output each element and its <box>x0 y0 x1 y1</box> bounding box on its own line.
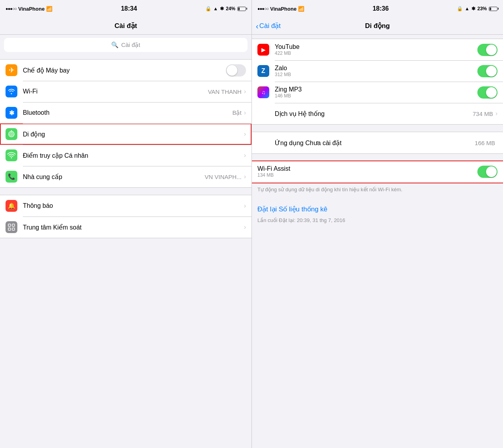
control-chevron: › <box>244 224 246 231</box>
not-installed-group: Ứng dụng Chưa cài đặt 166 MB <box>252 132 503 154</box>
carrier-right: VinaPhone <box>270 6 296 12</box>
airplane-toggle[interactable] <box>226 64 246 77</box>
notifications-row[interactable]: 🔔 Thông báo › <box>0 195 251 217</box>
bluetooth-value: Bật <box>232 109 241 116</box>
search-placeholder: Cài đặt <box>121 41 140 49</box>
nav-bar-right: ‹ Cài đặt Di động <box>252 17 503 35</box>
hotspot-icon <box>6 149 17 161</box>
gap2 <box>0 188 251 195</box>
carrier-icon: 📞 <box>6 171 17 183</box>
svg-rect-6 <box>12 224 15 226</box>
carrier-name: VinaPhone <box>18 6 45 12</box>
notifications-label: Thông báo <box>23 202 244 209</box>
status-right-left: ●●●○○ VinaPhone 📶 <box>257 6 304 12</box>
carrier-chevron: › <box>244 173 246 180</box>
zalo-name: Zalo <box>275 65 477 72</box>
connectivity-group: ✈ Chế độ Máy bay Wi-Fi VAN THANH › ✱ Blu… <box>0 59 251 188</box>
hotspot-row[interactable]: Điểm truy cập Cá nhân › <box>0 145 251 166</box>
status-right-right: 🔒 ▲ ✱ 23% <box>457 6 497 11</box>
airplane-row[interactable]: ✈ Chế độ Máy bay <box>0 60 251 81</box>
cellular-label: Di động <box>23 131 244 138</box>
youtube-icon: ▶ <box>257 44 269 56</box>
wifi-assist-row[interactable]: Wi-Fi Assist 134 MB <box>252 161 503 183</box>
zalo-toggle[interactable] <box>477 65 497 77</box>
search-icon: 🔍 <box>111 41 119 49</box>
system-services-row[interactable]: Dịch vụ Hệ thống 734 MB › <box>252 103 503 124</box>
zingmp3-name: Zing MP3 <box>275 86 477 93</box>
system-services-value: 734 MB <box>473 110 493 117</box>
location-icon: ▲ <box>213 6 218 11</box>
system-services-info: Dịch vụ Hệ thống <box>257 110 473 118</box>
bluetooth-label: Bluetooth <box>23 109 232 116</box>
status-right: 🔒 ▲ ✱ 24% <box>205 6 246 11</box>
lock-icon-right: 🔒 <box>457 6 463 11</box>
nav-bar-left: Cài đặt <box>0 17 251 35</box>
section-gap <box>0 55 251 59</box>
wifi-icon-right: 📶 <box>298 6 304 12</box>
wifi-label: Wi-Fi <box>23 88 208 95</box>
youtube-toggle[interactable] <box>477 44 497 56</box>
lock-icon: 🔒 <box>205 6 211 11</box>
bluetooth-status-icon: ✱ <box>220 6 224 11</box>
wifi-row-icon <box>6 86 17 97</box>
hotspot-label: Điểm truy cập Cá nhân <box>23 152 244 159</box>
bluetooth-chevron: › <box>244 109 246 116</box>
airplane-icon: ✈ <box>6 64 17 76</box>
svg-rect-5 <box>8 224 11 226</box>
time-right: 18:36 <box>373 5 389 12</box>
gap3 <box>252 125 503 132</box>
status-left: ●●●○○ VinaPhone 📶 <box>6 6 52 12</box>
notifications-chevron: › <box>244 202 246 209</box>
system-services-chevron: › <box>496 110 497 117</box>
search-bar[interactable]: 🔍 Cài đặt <box>4 38 248 52</box>
youtube-size: 422 MB <box>275 50 477 56</box>
zingmp3-toggle[interactable] <box>477 86 497 99</box>
cellular-chevron: › <box>244 131 246 138</box>
gap4 <box>252 154 503 161</box>
location-icon-right: ▲ <box>465 6 469 11</box>
not-installed-row: Ứng dụng Chưa cài đặt 166 MB <box>252 132 503 153</box>
zingmp3-row[interactable]: ♫ Zing MP3 146 MB <box>252 82 503 103</box>
signal-dots: ●●●○○ <box>6 6 17 11</box>
carrier-value: VN VINAPH... <box>205 174 241 180</box>
wifi-assist-toggle[interactable] <box>477 166 497 178</box>
cellular-icon <box>6 128 17 140</box>
signal-dots-right: ●●●○○ <box>257 6 268 11</box>
reset-link[interactable]: Đặt lại Số liệu thống kê <box>257 205 328 213</box>
top-gap <box>252 35 503 39</box>
time: 18:34 <box>121 5 137 12</box>
back-label: Cài đặt <box>259 22 281 30</box>
cellular-row[interactable]: Di động › <box>0 123 251 145</box>
hotspot-chevron: › <box>244 152 246 159</box>
zingmp3-info: Zing MP3 146 MB <box>275 86 477 99</box>
left-panel: ●●●○○ VinaPhone 📶 18:34 🔒 ▲ ✱ 24% Cài đặ… <box>0 0 251 448</box>
youtube-row[interactable]: ▶ YouTube 422 MB <box>252 39 503 60</box>
apps-group: ▶ YouTube 422 MB Z Zalo 312 MB <box>252 39 503 125</box>
zingmp3-icon: ♫ <box>257 86 269 98</box>
control-center-row[interactable]: Trung tâm Kiểm soát › <box>0 217 251 238</box>
wifi-assist-section: Wi-Fi Assist 134 MB <box>252 161 503 183</box>
carrier-row[interactable]: 📞 Nhà cung cấp VN VINAPH... › <box>0 166 251 187</box>
wifi-assist-description: Tự động sử dụng dữ liệu di động khi tín … <box>252 183 503 198</box>
not-installed-name: Ứng dụng Chưa cài đặt <box>275 139 475 147</box>
battery-percent-right: 23% <box>477 6 487 11</box>
last-reset-section: Lần cuối Đặt lại: 20:39, 31 thg 7, 2016 <box>252 217 503 224</box>
bluetooth-row[interactable]: ✱ Bluetooth Bật › <box>0 102 251 123</box>
page-title-left: Cài đặt <box>114 22 137 30</box>
bluetooth-icon-right: ✱ <box>471 6 475 11</box>
zalo-row[interactable]: Z Zalo 312 MB <box>252 60 503 82</box>
battery-right <box>489 7 497 11</box>
page-title-right: Di động <box>365 22 390 30</box>
last-reset-text: Lần cuối Đặt lại: 20:39, 31 thg 7, 2016 <box>257 217 345 223</box>
svg-rect-7 <box>8 228 11 230</box>
battery <box>237 7 246 11</box>
back-button[interactable]: ‹ Cài đặt <box>256 22 281 30</box>
notifications-icon: 🔔 <box>6 200 17 212</box>
zalo-size: 312 MB <box>275 72 477 77</box>
notifications-group: 🔔 Thông báo › Trung tâm Kiểm soát › <box>0 195 251 238</box>
airplane-label: Chế độ Máy bay <box>23 67 226 74</box>
system-services-name: Dịch vụ Hệ thống <box>275 110 473 118</box>
control-label: Trung tâm Kiểm soát <box>23 224 244 231</box>
wifi-row[interactable]: Wi-Fi VAN THANH › <box>0 81 251 102</box>
search-container: 🔍 Cài đặt <box>0 35 251 55</box>
